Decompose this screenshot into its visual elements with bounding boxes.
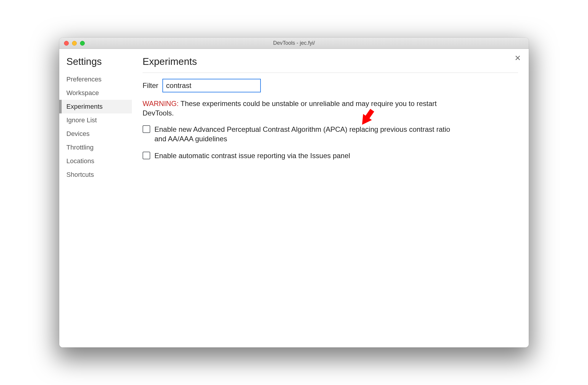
settings-sidebar: Settings Preferences Workspace Experimen…: [59, 49, 132, 347]
traffic-lights: [59, 41, 85, 46]
experiment-row: Enable automatic contrast issue reportin…: [143, 151, 457, 161]
filter-row: Filter: [143, 79, 518, 92]
settings-title: Settings: [66, 56, 132, 67]
experiment-label[interactable]: Enable new Advanced Perceptual Contrast …: [154, 125, 457, 144]
filter-label: Filter: [143, 81, 158, 90]
sidebar-item-workspace[interactable]: Workspace: [66, 86, 132, 100]
devtools-window: DevTools - jec.fyi/ ✕ Settings Preferenc…: [59, 38, 529, 347]
experiment-checkbox-contrast-issues[interactable]: [143, 152, 150, 159]
window-close-button[interactable]: [64, 41, 69, 46]
warning-text: These experiments could be unstable or u…: [143, 100, 437, 117]
sidebar-item-throttling[interactable]: Throttling: [66, 141, 132, 154]
sidebar-item-preferences[interactable]: Preferences: [66, 73, 132, 86]
warning-label: WARNING:: [143, 100, 179, 108]
settings-panel: ✕ Settings Preferences Workspace Experim…: [59, 49, 529, 347]
sidebar-item-devices[interactable]: Devices: [66, 127, 132, 141]
experiments-warning: WARNING: These experiments could be unst…: [143, 99, 457, 118]
experiment-row: Enable new Advanced Perceptual Contrast …: [143, 125, 457, 144]
experiment-checkbox-apca[interactable]: [143, 125, 150, 133]
sidebar-item-locations[interactable]: Locations: [66, 154, 132, 168]
sidebar-item-ignore-list[interactable]: Ignore List: [66, 113, 132, 127]
experiments-pane: Experiments Filter WARNING: These experi…: [132, 49, 529, 347]
sidebar-item-shortcuts[interactable]: Shortcuts: [66, 168, 132, 182]
window-minimize-button[interactable]: [72, 41, 77, 46]
filter-input[interactable]: [162, 79, 261, 92]
window-titlebar: DevTools - jec.fyi/: [59, 38, 529, 49]
experiments-title: Experiments: [143, 56, 518, 73]
window-title: DevTools - jec.fyi/: [59, 40, 529, 46]
sidebar-item-experiments[interactable]: Experiments: [59, 100, 132, 113]
window-maximize-button[interactable]: [80, 41, 85, 46]
experiment-label[interactable]: Enable automatic contrast issue reportin…: [154, 151, 350, 161]
